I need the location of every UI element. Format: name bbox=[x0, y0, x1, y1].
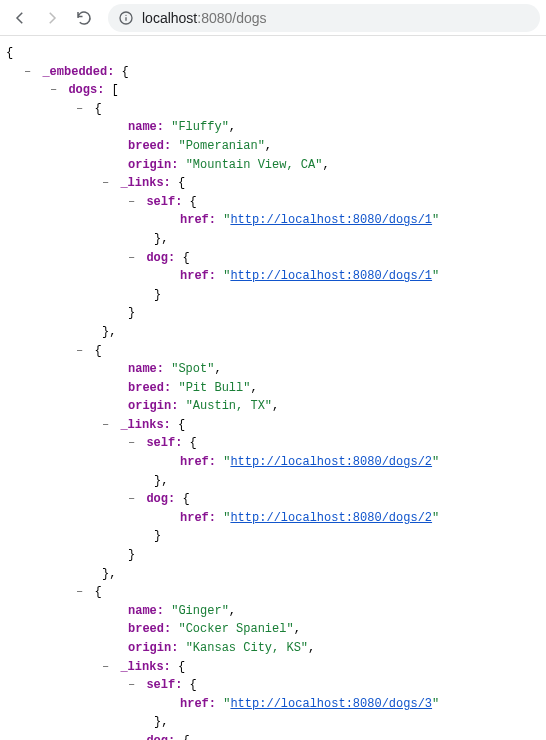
json-line: – { bbox=[6, 583, 540, 602]
json-line: } bbox=[6, 546, 540, 565]
address-bar[interactable]: localhost:8080/dogs bbox=[108, 4, 540, 32]
json-line: – _links: { bbox=[6, 416, 540, 435]
json-line: }, bbox=[6, 230, 540, 249]
json-line: – dogs: [ bbox=[6, 81, 540, 100]
href-link[interactable]: http://localhost:8080/dogs/1 bbox=[230, 269, 432, 283]
json-line: }, bbox=[6, 323, 540, 342]
json-line: } bbox=[6, 304, 540, 323]
json-line: breed: "Pomeranian", bbox=[6, 137, 540, 156]
json-line: origin: "Kansas City, KS", bbox=[6, 639, 540, 658]
json-viewer: {– _embedded: {– dogs: [– {name: "Fluffy… bbox=[0, 36, 546, 740]
json-line: href: "http://localhost:8080/dogs/1" bbox=[6, 211, 540, 230]
href-link[interactable]: http://localhost:8080/dogs/2 bbox=[230, 511, 432, 525]
json-line: } bbox=[6, 527, 540, 546]
json-line: – { bbox=[6, 342, 540, 361]
json-line: origin: "Austin, TX", bbox=[6, 397, 540, 416]
forward-button[interactable] bbox=[38, 4, 66, 32]
json-line: – { bbox=[6, 100, 540, 119]
arrow-right-icon bbox=[43, 9, 61, 27]
arrow-left-icon bbox=[11, 9, 29, 27]
reload-icon bbox=[75, 9, 93, 27]
json-line: }, bbox=[6, 565, 540, 584]
json-line: – dog: { bbox=[6, 249, 540, 268]
reload-button[interactable] bbox=[70, 4, 98, 32]
href-link[interactable]: http://localhost:8080/dogs/2 bbox=[230, 455, 432, 469]
json-line: origin: "Mountain View, CA", bbox=[6, 156, 540, 175]
json-line: – dog: { bbox=[6, 732, 540, 740]
json-line: { bbox=[6, 44, 540, 63]
json-line: }, bbox=[6, 472, 540, 491]
json-line: href: "http://localhost:8080/dogs/2" bbox=[6, 453, 540, 472]
json-line: – dog: { bbox=[6, 490, 540, 509]
json-line: href: "http://localhost:8080/dogs/1" bbox=[6, 267, 540, 286]
json-line: – self: { bbox=[6, 676, 540, 695]
url-text: localhost:8080/dogs bbox=[142, 10, 267, 26]
json-line: href: "http://localhost:8080/dogs/3" bbox=[6, 695, 540, 714]
site-info-icon[interactable] bbox=[118, 10, 134, 26]
json-line: href: "http://localhost:8080/dogs/2" bbox=[6, 509, 540, 528]
browser-toolbar: localhost:8080/dogs bbox=[0, 0, 546, 36]
back-button[interactable] bbox=[6, 4, 34, 32]
json-line: breed: "Pit Bull", bbox=[6, 379, 540, 398]
json-line: }, bbox=[6, 713, 540, 732]
json-line: } bbox=[6, 286, 540, 305]
json-line: – _links: { bbox=[6, 174, 540, 193]
json-line: name: "Fluffy", bbox=[6, 118, 540, 137]
json-line: – self: { bbox=[6, 434, 540, 453]
json-line: – _embedded: { bbox=[6, 63, 540, 82]
json-line: name: "Spot", bbox=[6, 360, 540, 379]
json-line: name: "Ginger", bbox=[6, 602, 540, 621]
href-link[interactable]: http://localhost:8080/dogs/3 bbox=[230, 697, 432, 711]
svg-point-2 bbox=[125, 14, 126, 15]
json-line: – _links: { bbox=[6, 658, 540, 677]
json-line: – self: { bbox=[6, 193, 540, 212]
href-link[interactable]: http://localhost:8080/dogs/1 bbox=[230, 213, 432, 227]
json-line: breed: "Cocker Spaniel", bbox=[6, 620, 540, 639]
